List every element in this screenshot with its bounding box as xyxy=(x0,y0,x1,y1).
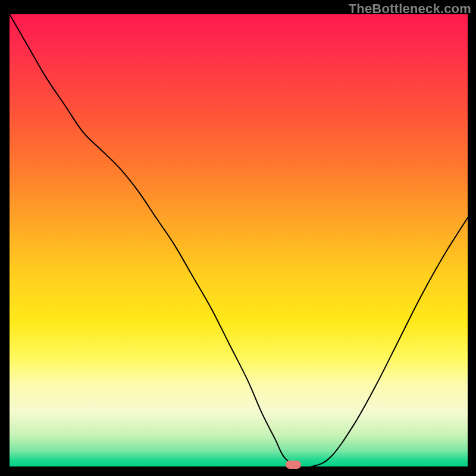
bottleneck-curve xyxy=(10,14,468,466)
curve-path xyxy=(10,14,468,466)
plot-area xyxy=(10,14,468,466)
chart-container: TheBottleneck.com xyxy=(0,0,476,476)
optimal-marker xyxy=(286,461,301,469)
